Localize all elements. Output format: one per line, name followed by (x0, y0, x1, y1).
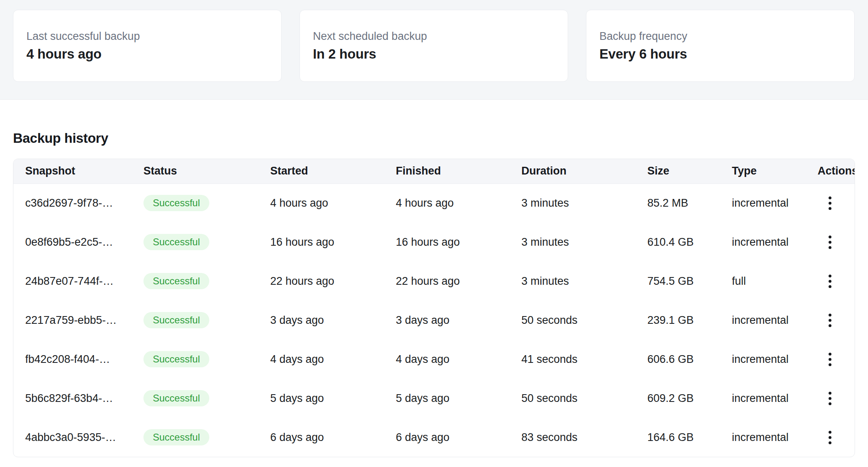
table-row: 0e8f69b5-e2c5-… Successful 16 hours ago … (13, 223, 855, 262)
snapshot-cell: 2217a759-ebb5-… (13, 301, 132, 340)
duration-cell: 3 minutes (510, 183, 636, 223)
column-header-snapshot: Snapshot (13, 159, 132, 183)
column-header-actions: Actions (806, 159, 855, 183)
actions-cell (806, 301, 855, 340)
started-cell: 6 days ago (258, 418, 384, 457)
size-cell: 610.4 GB (636, 223, 720, 262)
status-cell: Successful (132, 379, 258, 418)
actions-cell (806, 183, 855, 223)
finished-cell: 22 hours ago (384, 262, 510, 301)
status-cell: Successful (132, 301, 258, 340)
type-cell: incremental (720, 418, 806, 457)
stat-card-last-backup: Last successful backup 4 hours ago (13, 10, 282, 82)
column-header-type: Type (720, 159, 806, 183)
size-cell: 85.2 MB (636, 183, 720, 223)
stat-card-next-backup: Next scheduled backup In 2 hours (299, 10, 568, 82)
column-header-finished: Finished (384, 159, 510, 183)
type-cell: incremental (720, 379, 806, 418)
size-cell: 164.6 GB (636, 418, 720, 457)
snapshot-cell: 4abbc3a0-5935-… (13, 418, 132, 457)
table-row: fb42c208-f404-… Successful 4 days ago 4 … (13, 340, 855, 379)
stat-card-label: Last successful backup (26, 30, 268, 43)
column-header-started: Started (258, 159, 384, 183)
status-badge: Successful (143, 234, 209, 250)
duration-cell: 50 seconds (510, 301, 636, 340)
finished-cell: 5 days ago (384, 379, 510, 418)
type-cell: full (720, 262, 806, 301)
snapshot-cell: 0e8f69b5-e2c5-… (13, 223, 132, 262)
type-cell: incremental (720, 340, 806, 379)
table-row: 2217a759-ebb5-… Successful 3 days ago 3 … (13, 301, 855, 340)
started-cell: 22 hours ago (258, 262, 384, 301)
stat-card-backup-frequency: Backup frequency Every 6 hours (586, 10, 855, 82)
stat-card-value: Every 6 hours (599, 46, 841, 62)
actions-cell (806, 223, 855, 262)
type-cell: incremental (720, 301, 806, 340)
snapshot-cell: fb42c208-f404-… (13, 340, 132, 379)
finished-cell: 4 days ago (384, 340, 510, 379)
status-cell: Successful (132, 223, 258, 262)
row-actions-button[interactable] (820, 428, 840, 447)
row-actions-button[interactable] (820, 271, 840, 291)
actions-cell (806, 340, 855, 379)
snapshot-cell: 24b87e07-744f-… (13, 262, 132, 301)
row-actions-button[interactable] (820, 310, 840, 330)
finished-cell: 6 days ago (384, 418, 510, 457)
table-header-row: Snapshot Status Started Finished Duratio… (13, 159, 855, 183)
status-cell: Successful (132, 262, 258, 301)
size-cell: 606.6 GB (636, 340, 720, 379)
backup-history-section: Backup history Snapshot Status Started F… (0, 100, 868, 457)
status-cell: Successful (132, 418, 258, 457)
type-cell: incremental (720, 183, 806, 223)
row-actions-button[interactable] (820, 388, 840, 408)
page-title: Backup history (13, 131, 855, 145)
actions-cell (806, 379, 855, 418)
finished-cell: 16 hours ago (384, 223, 510, 262)
size-cell: 754.5 GB (636, 262, 720, 301)
status-badge: Successful (143, 390, 209, 406)
row-actions-button[interactable] (820, 349, 840, 369)
column-header-duration: Duration (510, 159, 636, 183)
stat-card-value: 4 hours ago (26, 46, 268, 62)
started-cell: 4 hours ago (258, 183, 384, 223)
actions-cell (806, 262, 855, 301)
duration-cell: 3 minutes (510, 223, 636, 262)
summary-band: Last successful backup 4 hours ago Next … (0, 0, 868, 100)
snapshot-cell: 5b6c829f-63b4-… (13, 379, 132, 418)
status-badge: Successful (143, 351, 209, 367)
finished-cell: 3 days ago (384, 301, 510, 340)
stat-card-label: Backup frequency (599, 30, 841, 43)
duration-cell: 41 seconds (510, 340, 636, 379)
duration-cell: 50 seconds (510, 379, 636, 418)
type-cell: incremental (720, 223, 806, 262)
stat-cards: Last successful backup 4 hours ago Next … (0, 0, 868, 82)
started-cell: 4 days ago (258, 340, 384, 379)
backup-history-table: Snapshot Status Started Finished Duratio… (13, 159, 855, 457)
snapshot-cell: c36d2697-9f78-… (13, 183, 132, 223)
column-header-status: Status (132, 159, 258, 183)
duration-cell: 3 minutes (510, 262, 636, 301)
stat-card-label: Next scheduled backup (313, 30, 555, 43)
duration-cell: 83 seconds (510, 418, 636, 457)
table-row: 24b87e07-744f-… Successful 22 hours ago … (13, 262, 855, 301)
stat-card-value: In 2 hours (313, 46, 555, 62)
table-row: c36d2697-9f78-… Successful 4 hours ago 4… (13, 183, 855, 223)
finished-cell: 4 hours ago (384, 183, 510, 223)
row-actions-button[interactable] (820, 193, 840, 213)
table-row: 4abbc3a0-5935-… Successful 6 days ago 6 … (13, 418, 855, 457)
started-cell: 3 days ago (258, 301, 384, 340)
actions-cell (806, 418, 855, 457)
status-cell: Successful (132, 340, 258, 379)
column-header-size: Size (636, 159, 720, 183)
table-row: 5b6c829f-63b4-… Successful 5 days ago 5 … (13, 379, 855, 418)
size-cell: 239.1 GB (636, 301, 720, 340)
status-badge: Successful (143, 195, 209, 211)
status-badge: Successful (143, 312, 209, 328)
row-actions-button[interactable] (820, 232, 840, 252)
started-cell: 16 hours ago (258, 223, 384, 262)
status-badge: Successful (143, 429, 209, 445)
started-cell: 5 days ago (258, 379, 384, 418)
status-badge: Successful (143, 273, 209, 289)
status-cell: Successful (132, 183, 258, 223)
size-cell: 609.2 GB (636, 379, 720, 418)
